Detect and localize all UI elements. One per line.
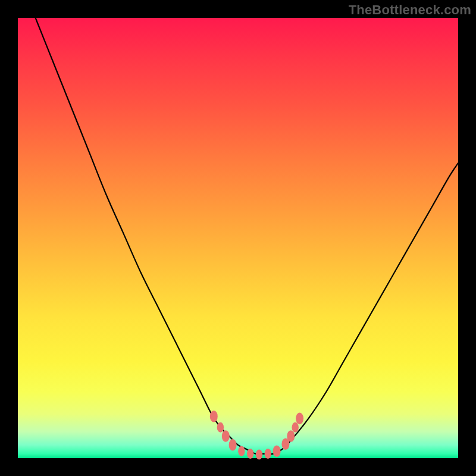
watermark-text: TheBottleneck.com — [349, 2, 471, 18]
curve-marker — [238, 446, 245, 456]
chart-frame: TheBottleneck.com — [0, 0, 476, 476]
curve-marker — [229, 439, 237, 451]
curve-markers — [210, 411, 303, 460]
curve-marker — [296, 413, 303, 425]
chart-plot-area — [18, 18, 458, 458]
bottleneck-curve — [36, 18, 458, 454]
curve-marker — [292, 422, 299, 433]
curve-marker — [222, 430, 230, 442]
curve-marker — [256, 450, 262, 460]
curve-marker — [273, 445, 281, 457]
curve-marker — [265, 449, 271, 459]
curve-marker — [217, 422, 224, 433]
curve-marker — [210, 411, 218, 422]
chart-svg — [18, 18, 458, 458]
curve-marker — [247, 449, 253, 459]
curve-marker — [287, 430, 295, 442]
